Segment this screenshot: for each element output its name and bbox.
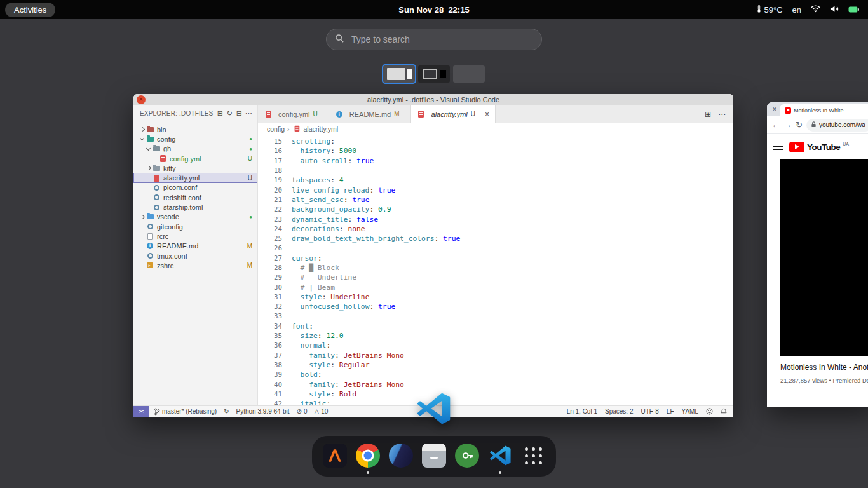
code-line[interactable]: 25draw_bold_text_with_bright_colors: tru… [258, 234, 733, 243]
workspace-thumbnail-1[interactable] [383, 65, 415, 83]
tree-item-alacritty.yml[interactable]: alacritty.ymlU [133, 173, 257, 182]
status-notifications[interactable] [721, 408, 727, 415]
code-line[interactable]: 41 style: Bold [258, 390, 733, 399]
split-editor-icon[interactable]: ⊞ [705, 110, 711, 119]
chrome-window[interactable]: × Motionless In White - ← → ↻ youtube.co… [767, 102, 868, 407]
system-status-area[interactable]: 59°C en [757, 4, 859, 15]
tree-item-README.md[interactable]: README.mdM [133, 241, 257, 251]
code-text: tabspaces: 4 [292, 176, 344, 184]
workspace-thumbnail-3[interactable] [453, 65, 485, 83]
close-window-button[interactable]: × [137, 95, 146, 104]
address-bar[interactable]: youtube.com/wa [806, 119, 868, 132]
tab-config.yml[interactable]: config.ymlU [258, 105, 329, 123]
breadcrumb-item[interactable]: config [267, 125, 285, 133]
more-actions-icon[interactable]: ⋯ [718, 110, 726, 119]
status-sync[interactable]: ↻ [224, 408, 229, 415]
code-line[interactable]: 33 [258, 311, 733, 321]
forward-icon[interactable]: → [783, 120, 792, 130]
refresh-icon[interactable]: ↻ [225, 109, 234, 118]
code-line[interactable]: 28 # █ Block [258, 263, 733, 273]
clock[interactable]: Sun Nov 28 22:15 [398, 5, 469, 15]
tree-item-starship.toml[interactable]: starship.toml [133, 202, 257, 212]
vscode-titlebar[interactable]: × alacritty.yml - .dotfiles - Visual Stu… [133, 94, 733, 105]
collapse-all-icon[interactable]: ⊟ [234, 109, 244, 118]
code-line[interactable]: 30 # | Beam [258, 282, 733, 292]
tree-item-rcrc[interactable]: rcrc [133, 231, 257, 241]
breadcrumb-item[interactable]: alacritty.yml [304, 125, 339, 133]
close-icon[interactable]: × [770, 105, 780, 114]
code-line[interactable]: 16 history: 5000 [258, 146, 733, 156]
back-icon[interactable]: ← [771, 120, 780, 130]
tab-README.md[interactable]: README.mdM [329, 105, 411, 123]
activities-button[interactable]: Activities [5, 3, 55, 17]
status-cursor-position[interactable]: Ln 1, Col 1 [567, 408, 597, 415]
search-bar[interactable] [326, 29, 542, 50]
dock-icon-eclipse[interactable] [389, 444, 413, 468]
tree-item-config[interactable]: config● [133, 134, 257, 144]
code-line[interactable]: 21alt_send_esc: true [258, 195, 733, 205]
remote-indicator[interactable]: >< [133, 406, 149, 417]
youtube-logo[interactable]: YouTube UA [789, 141, 849, 153]
vscode-window[interactable]: × alacritty.yml - .dotfiles - Visual Stu… [133, 94, 733, 417]
reload-icon[interactable]: ↻ [796, 120, 803, 130]
status-git-branch[interactable]: master* (Rebasing) [154, 408, 217, 416]
dock-icon-vscode[interactable] [488, 444, 512, 468]
tab-alacritty.yml[interactable]: alacritty.ymlU× [411, 105, 496, 123]
workspace-thumbnail-2[interactable] [418, 65, 450, 83]
running-indicator [367, 471, 369, 474]
tree-item-tmux.conf[interactable]: tmux.conf [133, 251, 257, 261]
code-editor[interactable]: 15scrolling:16 history: 500017 auto_scro… [258, 135, 733, 405]
status-feedback[interactable] [706, 408, 713, 415]
code-line[interactable]: 26 [258, 243, 733, 253]
status-indentation[interactable]: Spaces: 2 [605, 408, 633, 415]
code-line[interactable]: 29 # _ Underline [258, 273, 733, 282]
tree-item-picom.conf[interactable]: picom.conf [133, 183, 257, 193]
dock-icon-alacritty[interactable] [323, 444, 347, 468]
status-eol-sequence[interactable]: LF [667, 408, 674, 415]
code-line[interactable]: 24decorations: none [258, 224, 733, 234]
tree-item-config.yml[interactable]: config.ymlU [133, 154, 257, 163]
menu-icon[interactable] [773, 142, 783, 152]
search-input[interactable] [350, 34, 533, 45]
tree-item-bin[interactable]: bin [133, 125, 257, 134]
code-line[interactable]: 32 unfocused_hollow: true [258, 302, 733, 311]
code-line[interactable]: 23dynamic_title: false [258, 214, 733, 224]
code-line[interactable]: 19tabspaces: 4 [258, 175, 733, 185]
code-line[interactable]: 40 family: JetBrains Mono [258, 379, 733, 389]
tree-item-gh[interactable]: gh● [133, 144, 257, 154]
code-line[interactable]: 22background_opacity: 0.9 [258, 205, 733, 214]
code-line[interactable]: 37 family: JetBrains Mono [258, 351, 733, 360]
code-line[interactable]: 36 normal: [258, 341, 733, 350]
tree-item-gitconfig[interactable]: gitconfig [133, 222, 257, 231]
code-line[interactable]: 20live_config_reload: true [258, 185, 733, 194]
tree-item-redshift.conf[interactable]: redshift.conf [133, 193, 257, 202]
more-icon[interactable]: ⋯ [244, 109, 254, 118]
tree-item-kitty[interactable]: kitty [133, 163, 257, 173]
code-line[interactable]: 38 style: Regular [258, 360, 733, 370]
video-player[interactable] [780, 159, 868, 356]
dock-icon-files[interactable] [422, 444, 446, 468]
code-line[interactable]: 18 [258, 166, 733, 175]
status-warnings[interactable]: △10 [314, 408, 328, 415]
code-line[interactable]: 34font: [258, 322, 733, 331]
status-errors[interactable]: ⊘0 [297, 408, 308, 415]
code-line[interactable]: 31 style: Underline [258, 292, 733, 302]
dock-icon-chrome[interactable] [356, 444, 380, 468]
code-line[interactable]: 15scrolling: [258, 137, 733, 146]
status-python-version[interactable]: Python 3.9.9 64-bit [236, 408, 290, 415]
code-line[interactable]: 27cursor: [258, 254, 733, 263]
code-line[interactable]: 35 size: 12.0 [258, 331, 733, 341]
code-line[interactable]: 42 italic: [258, 399, 733, 405]
new-file-icon[interactable]: ⊞ [215, 109, 225, 118]
code-line[interactable]: 17 auto_scroll: true [258, 156, 733, 166]
tree-item-zshrc[interactable]: zshrcM [133, 261, 257, 270]
status-language-mode[interactable]: YAML [682, 408, 699, 415]
browser-tab[interactable]: Motionless In White - [780, 104, 868, 116]
status-encoding[interactable]: UTF-8 [641, 408, 658, 415]
code-line[interactable]: 39 bold: [258, 370, 733, 379]
dock-icon-app-grid[interactable] [521, 444, 545, 468]
dock-icon-keepassxc[interactable] [455, 444, 479, 468]
tree-item-vscode[interactable]: vscode● [133, 212, 257, 222]
keyboard-layout[interactable]: en [792, 5, 801, 15]
close-icon[interactable]: × [485, 111, 489, 118]
